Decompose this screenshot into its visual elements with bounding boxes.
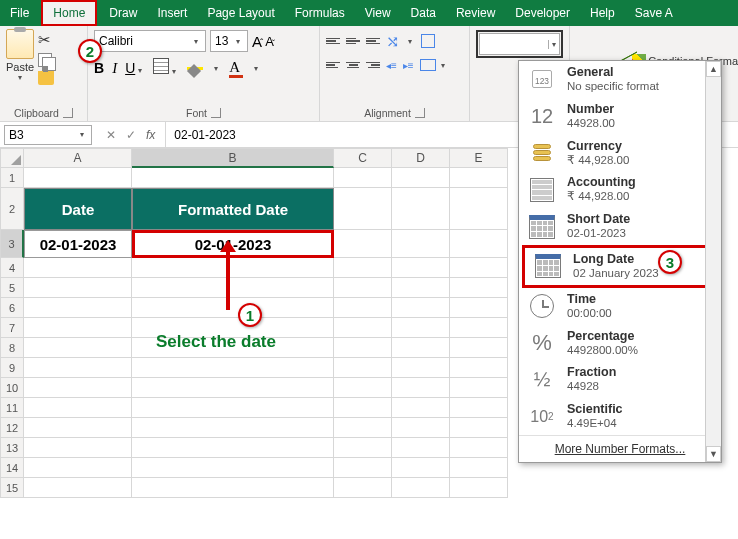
font-size-select[interactable]: 13▾ xyxy=(210,30,248,52)
cell[interactable] xyxy=(450,398,508,418)
cell[interactable] xyxy=(334,168,392,188)
decrease-font-button[interactable]: Aˇ xyxy=(265,34,273,49)
format-currency[interactable]: Currency₹ 44,928.00 xyxy=(519,135,721,172)
tab-page-layout[interactable]: Page Layout xyxy=(197,0,284,26)
cell[interactable] xyxy=(450,478,508,498)
cell[interactable] xyxy=(334,478,392,498)
cell[interactable] xyxy=(392,338,450,358)
cell[interactable] xyxy=(334,338,392,358)
format-time[interactable]: Time00:00:00 xyxy=(519,288,721,325)
cell[interactable] xyxy=(450,338,508,358)
tab-developer[interactable]: Developer xyxy=(505,0,580,26)
col-header-d[interactable]: D xyxy=(392,148,450,168)
italic-button[interactable]: I xyxy=(112,60,117,77)
cell[interactable] xyxy=(392,478,450,498)
fill-color-button[interactable] xyxy=(187,66,203,70)
cell[interactable] xyxy=(24,298,132,318)
cell[interactable] xyxy=(24,398,132,418)
row-header[interactable]: 7 xyxy=(0,318,24,338)
cell[interactable] xyxy=(24,478,132,498)
cell[interactable] xyxy=(334,258,392,278)
cell[interactable] xyxy=(334,188,392,230)
cell[interactable] xyxy=(334,278,392,298)
clipboard-dialog-launcher[interactable] xyxy=(63,108,73,118)
row-header[interactable]: 1 xyxy=(0,168,24,188)
cell[interactable] xyxy=(450,278,508,298)
align-bottom-button[interactable] xyxy=(366,38,380,45)
col-header-a[interactable]: A xyxy=(24,148,132,168)
align-left-button[interactable] xyxy=(326,62,340,69)
row-header[interactable]: 2 xyxy=(0,188,24,230)
cell[interactable] xyxy=(334,230,392,258)
cancel-formula-button[interactable]: ✕ xyxy=(106,128,116,142)
cell[interactable] xyxy=(392,438,450,458)
cell[interactable] xyxy=(24,168,132,188)
cell[interactable] xyxy=(450,318,508,338)
font-color-button[interactable]: A xyxy=(229,58,243,78)
tab-file[interactable]: File xyxy=(0,0,39,26)
scroll-down-button[interactable]: ▼ xyxy=(706,446,721,462)
cell[interactable] xyxy=(132,458,334,478)
cell[interactable] xyxy=(392,230,450,258)
format-fraction[interactable]: ½ Fraction44928 xyxy=(519,361,721,398)
format-scientific[interactable]: 102 Scientific4.49E+04 xyxy=(519,398,721,435)
cell[interactable] xyxy=(334,418,392,438)
row-header[interactable]: 4 xyxy=(0,258,24,278)
tab-insert[interactable]: Insert xyxy=(147,0,197,26)
cell[interactable] xyxy=(392,378,450,398)
cell[interactable] xyxy=(450,438,508,458)
cell[interactable] xyxy=(334,298,392,318)
cell-a3[interactable]: 02-01-2023 xyxy=(24,230,132,258)
row-header[interactable]: 5 xyxy=(0,278,24,298)
orientation-button[interactable]: ⤭ xyxy=(386,32,399,51)
cell[interactable] xyxy=(24,378,132,398)
table-header-formatted-date[interactable]: Formatted Date xyxy=(132,188,334,230)
cell[interactable] xyxy=(334,438,392,458)
increase-font-button[interactable]: Aˆ xyxy=(252,33,261,50)
format-accounting[interactable]: Accounting₹ 44,928.00 xyxy=(519,171,721,208)
cell[interactable] xyxy=(450,258,508,278)
format-painter-button[interactable] xyxy=(38,71,54,85)
cell[interactable] xyxy=(392,188,450,230)
format-long-date[interactable]: Long Date02 January 2023 xyxy=(522,245,718,288)
cell[interactable] xyxy=(334,378,392,398)
cell[interactable] xyxy=(334,458,392,478)
wrap-text-button[interactable] xyxy=(421,34,435,48)
align-top-button[interactable] xyxy=(326,38,340,45)
row-header[interactable]: 15 xyxy=(0,478,24,498)
more-number-formats[interactable]: More Number Formats... xyxy=(519,435,721,462)
tab-draw[interactable]: Draw xyxy=(99,0,147,26)
format-percentage[interactable]: % Percentage4492800.00% xyxy=(519,325,721,362)
format-number[interactable]: 12 Number44928.00 xyxy=(519,98,721,135)
col-header-e[interactable]: E xyxy=(450,148,508,168)
tab-formulas[interactable]: Formulas xyxy=(285,0,355,26)
enter-formula-button[interactable]: ✓ xyxy=(126,128,136,142)
col-header-b[interactable]: B xyxy=(132,148,334,168)
row-header[interactable]: 8 xyxy=(0,338,24,358)
cell[interactable] xyxy=(132,168,334,188)
row-header[interactable]: 13 xyxy=(0,438,24,458)
cell[interactable] xyxy=(24,278,132,298)
cell[interactable] xyxy=(450,458,508,478)
cell[interactable] xyxy=(450,230,508,258)
cut-button[interactable]: ✂ xyxy=(38,31,54,49)
number-format-select[interactable]: ▾ xyxy=(479,33,560,55)
cell[interactable] xyxy=(24,318,132,338)
cell[interactable] xyxy=(392,258,450,278)
cell[interactable] xyxy=(24,358,132,378)
row-header[interactable]: 12 xyxy=(0,418,24,438)
cell[interactable] xyxy=(392,418,450,438)
cell[interactable] xyxy=(392,398,450,418)
cell[interactable] xyxy=(392,168,450,188)
cell[interactable] xyxy=(392,278,450,298)
scroll-up-button[interactable]: ▲ xyxy=(706,61,721,77)
cell[interactable] xyxy=(392,358,450,378)
row-header[interactable]: 9 xyxy=(0,358,24,378)
cell[interactable] xyxy=(450,358,508,378)
cell[interactable] xyxy=(392,298,450,318)
cell[interactable] xyxy=(24,438,132,458)
select-all-button[interactable] xyxy=(0,148,24,168)
row-header[interactable]: 11 xyxy=(0,398,24,418)
cell[interactable] xyxy=(132,358,334,378)
paste-button[interactable]: Paste ▾ xyxy=(6,29,34,85)
